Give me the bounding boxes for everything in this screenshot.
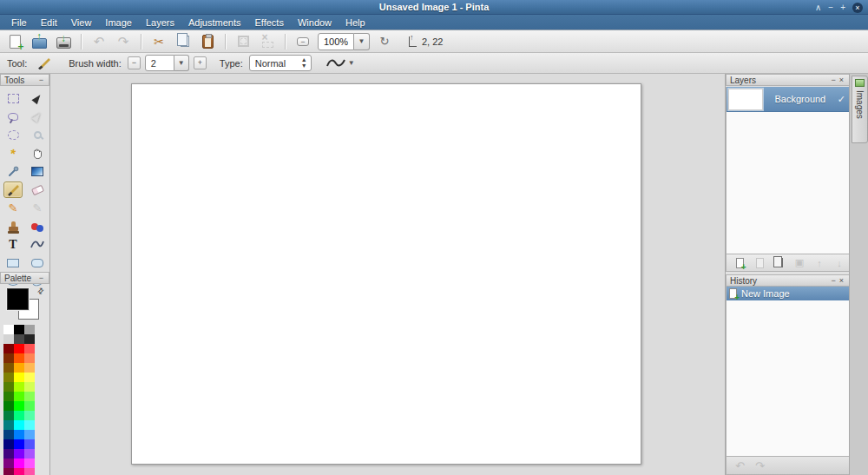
maximize-button[interactable]: + — [840, 2, 845, 14]
palette-swatch[interactable] — [24, 334, 35, 344]
minimize-button[interactable]: − — [828, 2, 833, 14]
brush-width-dropdown-button[interactable]: ▼ — [174, 55, 189, 71]
layers-panel-minimize-button[interactable]: − — [829, 76, 837, 84]
palette-swatch[interactable] — [14, 449, 24, 459]
tool-line-curve[interactable] — [28, 236, 47, 253]
menu-adjustments[interactable]: Adjustments — [181, 16, 248, 30]
shade-button[interactable]: ∧ — [815, 2, 821, 14]
tool-move-selected[interactable] — [28, 90, 47, 107]
undo-button[interactable]: ↶ — [88, 32, 110, 51]
palette-swatch[interactable] — [14, 373, 24, 382]
tool-move-selection[interactable] — [28, 109, 47, 125]
palette-swatch[interactable] — [24, 373, 35, 382]
history-panel-minimize-button[interactable]: − — [829, 276, 837, 285]
tool-gradient[interactable] — [28, 163, 47, 180]
tool-pencil[interactable]: ✎ — [3, 200, 23, 216]
save-button[interactable]: ↓ — [52, 32, 75, 51]
palette-swatch[interactable] — [24, 439, 35, 449]
palette-swatch[interactable] — [24, 468, 35, 475]
paste-button[interactable] — [196, 32, 219, 51]
brush-width-input[interactable]: 2 — [145, 55, 174, 71]
palette-swatch[interactable] — [3, 401, 14, 411]
menu-window[interactable]: Window — [291, 16, 339, 30]
palette-swatch[interactable] — [24, 363, 35, 373]
history-panel-close-button[interactable]: × — [838, 276, 845, 285]
add-layer-button[interactable]: + — [733, 256, 746, 270]
palette-swatch[interactable] — [24, 430, 35, 439]
palette-swatch[interactable] — [3, 439, 14, 449]
palette-swatch[interactable] — [14, 468, 24, 475]
palette-swatch[interactable] — [3, 449, 14, 459]
tool-rounded-rectangle[interactable] — [28, 254, 47, 271]
history-redo-button[interactable]: ↷ — [755, 459, 765, 472]
brush-width-decrease-button[interactable]: − — [128, 56, 141, 69]
tool-pan[interactable] — [28, 145, 47, 162]
palette-swatch[interactable] — [24, 420, 35, 430]
palette-swatch[interactable] — [24, 382, 35, 392]
palette-swatch[interactable] — [24, 411, 35, 420]
menu-edit[interactable]: Edit — [34, 16, 64, 30]
palette-swatch[interactable] — [3, 411, 14, 420]
palette-swatch[interactable] — [3, 468, 14, 475]
tool-clone-stamp[interactable] — [3, 218, 23, 234]
palette-panel-minimize-button[interactable]: − — [37, 274, 45, 282]
move-layer-down-button[interactable]: ↓ — [833, 256, 845, 270]
palette-swatch[interactable] — [24, 449, 35, 459]
tool-rectangle-select[interactable] — [3, 90, 23, 107]
palette-swatch[interactable] — [14, 344, 24, 353]
palette-swatch[interactable] — [24, 344, 35, 353]
merge-layer-down-button[interactable]: ▣ — [793, 256, 806, 270]
layer-row-background[interactable]: Background ✓ — [727, 87, 849, 112]
palette-swatch[interactable] — [3, 353, 14, 363]
images-tab[interactable]: Images — [852, 76, 868, 143]
palette-swatch[interactable] — [14, 420, 24, 430]
swap-colors-icon[interactable]: ⇄ — [36, 286, 46, 296]
menu-layers[interactable]: Layers — [139, 16, 181, 30]
palette-swatch[interactable] — [3, 420, 14, 430]
palette-swatch[interactable] — [24, 325, 35, 334]
history-row-new-image[interactable]: + New Image — [727, 287, 849, 300]
palette-swatch[interactable] — [14, 430, 24, 439]
palette-swatch[interactable] — [24, 401, 35, 411]
layer-visibility-checkbox[interactable]: ✓ — [838, 94, 845, 105]
palette-swatch[interactable] — [3, 344, 14, 353]
deselect-button[interactable]: × — [256, 32, 279, 51]
palette-swatch[interactable] — [14, 411, 24, 420]
primary-color-swatch[interactable] — [7, 288, 29, 310]
cut-button[interactable]: ✂ — [148, 32, 170, 51]
tools-panel-minimize-button[interactable]: − — [37, 76, 45, 84]
menu-effects[interactable]: Effects — [248, 16, 291, 30]
layers-panel-close-button[interactable]: × — [838, 76, 845, 84]
tool-zoom[interactable] — [28, 127, 47, 143]
new-image-button[interactable]: + — [3, 32, 26, 51]
duplicate-layer-button[interactable] — [773, 256, 786, 270]
palette-swatch[interactable] — [14, 382, 24, 392]
open-image-button[interactable]: ↑ — [28, 32, 50, 51]
move-layer-up-button[interactable]: ↑ — [813, 256, 825, 270]
palette-swatch[interactable] — [3, 325, 14, 334]
close-button[interactable]: × — [852, 3, 863, 13]
zoom-dropdown-button[interactable]: ▼ — [354, 33, 370, 50]
tool-eraser[interactable] — [28, 181, 47, 198]
brush-width-increase-button[interactable]: + — [194, 56, 207, 69]
line-style-button[interactable]: ▼ — [323, 56, 358, 71]
menu-help[interactable]: Help — [339, 16, 372, 30]
palette-swatch[interactable] — [24, 353, 35, 363]
menu-image[interactable]: Image — [98, 16, 139, 30]
palette-swatch[interactable] — [3, 334, 14, 344]
palette-swatch[interactable] — [14, 459, 24, 468]
tool-text[interactable]: T — [3, 236, 23, 253]
menu-file[interactable]: File — [4, 16, 34, 30]
history-undo-button[interactable]: ↶ — [735, 459, 745, 472]
palette-swatch[interactable] — [3, 392, 14, 401]
tool-magic-wand[interactable]: * — [3, 145, 23, 162]
tool-recolor[interactable]: ✎ — [28, 200, 47, 216]
redo-button[interactable]: ↷ — [112, 32, 135, 51]
zoom-out-button[interactable]: − — [292, 32, 314, 51]
tool-color-picker[interactable] — [3, 163, 23, 180]
blend-type-select[interactable]: Normal ▲▼ — [249, 55, 312, 71]
palette-swatch[interactable] — [24, 392, 35, 401]
palette-swatch[interactable] — [3, 382, 14, 392]
delete-layer-button[interactable] — [753, 256, 766, 270]
tool-ellipse-select[interactable] — [3, 127, 23, 143]
